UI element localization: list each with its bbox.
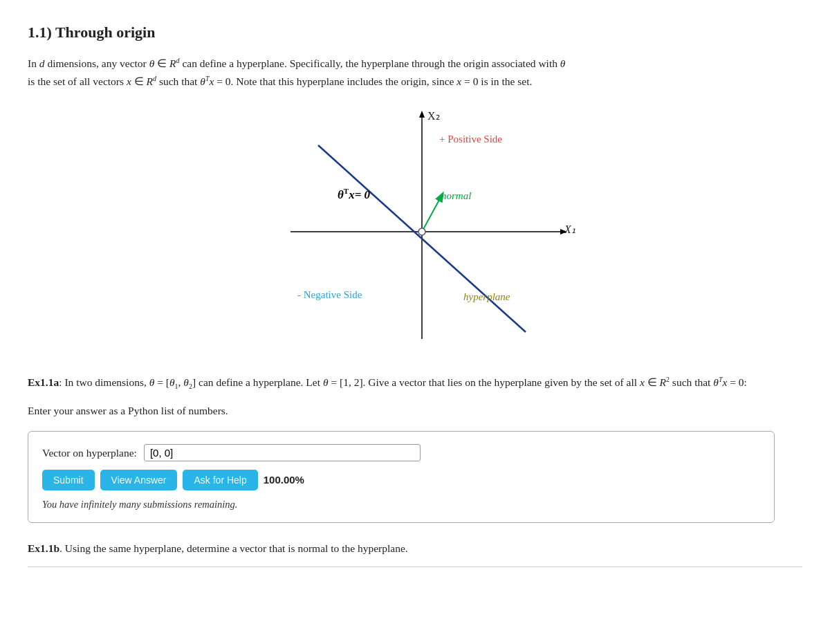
- negative-side-label: - Negative Side: [297, 287, 362, 303]
- intro-line2: is the set of all vectors x ∈ Rd such th…: [28, 75, 532, 87]
- button-row: Submit View Answer Ask for Help 100.00%: [42, 470, 760, 490]
- submissions-remaining: You have infinitely many submissions rem…: [42, 497, 760, 513]
- enter-instruction: Enter your answer as a Python list of nu…: [28, 403, 802, 418]
- diagram-area: X₂ X₁ + Positive Side - Negative Side hy…: [28, 104, 802, 353]
- vector-input[interactable]: [144, 444, 421, 461]
- svg-line-5: [422, 194, 443, 232]
- ex1b-text: Ex1.1b. Using the same hyperplane, deter…: [28, 540, 802, 558]
- bottom-divider: [28, 567, 802, 567]
- normal-label: normal: [441, 188, 471, 204]
- coordinate-diagram: X₂ X₁ + Positive Side - Negative Side hy…: [235, 104, 595, 353]
- ex1a-text: Ex1.1a: In two dimensions, θ = [θ1, θ2] …: [28, 374, 802, 393]
- x2-axis-label: X₂: [427, 108, 440, 125]
- submit-button[interactable]: Submit: [42, 470, 95, 490]
- ex1a-label: Ex1.1a: [28, 376, 59, 388]
- intro-line1: In d dimensions, any vector θ ∈ Rd can d…: [28, 57, 565, 69]
- answer-box: Vector on hyperplane: Submit View Answer…: [28, 431, 775, 523]
- score-display: 100.00%: [264, 472, 304, 488]
- ex1b-content: Using the same hyperplane, determine a v…: [65, 542, 408, 554]
- x1-axis-label: X₁: [564, 221, 575, 238]
- answer-label: Vector on hyperplane:: [42, 445, 137, 461]
- view-answer-button[interactable]: View Answer: [100, 470, 178, 490]
- answer-input-row: Vector on hyperplane:: [42, 444, 760, 461]
- ask-help-button[interactable]: Ask for Help: [183, 470, 257, 490]
- svg-marker-3: [419, 111, 425, 118]
- diagram-svg: [235, 104, 595, 353]
- section-title: 1.1) Through origin: [28, 21, 802, 44]
- ex1b-label: Ex1.1b: [28, 542, 59, 554]
- hyperplane-label: hyperplane: [463, 289, 510, 305]
- equation-label: θTx= 0: [338, 185, 370, 203]
- svg-point-6: [418, 228, 425, 235]
- positive-side-label: + Positive Side: [439, 131, 502, 147]
- intro-paragraph: In d dimensions, any vector θ ∈ Rd can d…: [28, 55, 802, 90]
